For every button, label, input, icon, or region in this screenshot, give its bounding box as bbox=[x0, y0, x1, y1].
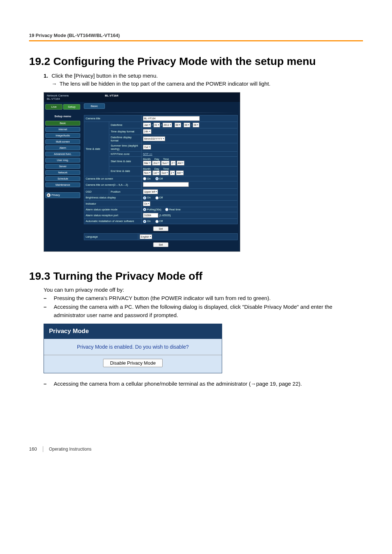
step-sub-text: The lens will be hidden in the top part … bbox=[60, 80, 363, 88]
model-label: BL-VT164 bbox=[105, 94, 118, 100]
start-dow-select[interactable]: Sun bbox=[161, 161, 170, 165]
end-month-select[interactable]: Nov bbox=[143, 171, 151, 175]
bullet-2: Accessing the camera with a PC. When the… bbox=[54, 303, 363, 319]
language-label: Language bbox=[84, 233, 138, 240]
nav-server[interactable]: Server bbox=[45, 164, 80, 169]
osd-label: OSD bbox=[84, 189, 109, 195]
device-name-label: Network Camera BL-VT164 bbox=[47, 94, 69, 100]
brightness-status-label: Brightness status display bbox=[84, 195, 142, 201]
setup-menu-screenshot: Network Camera BL-VT164 BL-VT164 Live Se… bbox=[44, 92, 240, 252]
nav-advanced[interactable]: Advanced func. bbox=[45, 152, 80, 156]
datetime-label: Date/time bbox=[109, 122, 142, 128]
time-display-select[interactable]: 24h bbox=[143, 129, 151, 134]
privacy-icon: ◐ bbox=[47, 193, 50, 197]
disable-privacy-mode-button[interactable]: Disable Privacy Mode bbox=[103, 359, 163, 367]
main-tab-basic[interactable]: Basic bbox=[84, 103, 105, 109]
auto-install-viewer-label: Automatic installation of viewer softwar… bbox=[84, 219, 142, 224]
autoinstall-off-radio[interactable] bbox=[155, 220, 159, 223]
second-select[interactable]: 00 bbox=[193, 123, 200, 127]
indicator-label: Indicator bbox=[84, 200, 142, 207]
nav-schedule[interactable]: Schedule bbox=[45, 176, 80, 181]
hour-select[interactable]: 00 bbox=[175, 123, 181, 127]
nav-maintenance[interactable]: Maintenance bbox=[45, 182, 80, 187]
nav-privacy[interactable]: ◐ Privacy bbox=[45, 192, 80, 198]
month-select[interactable]: Jan bbox=[143, 123, 151, 127]
bullet-dash: – bbox=[44, 294, 54, 303]
summer-time-label: Summer time (daylight saving) bbox=[109, 143, 142, 151]
port-input[interactable]: 31004 bbox=[143, 213, 158, 218]
ntp-link[interactable]: NTP >> bbox=[143, 152, 152, 156]
position-select[interactable]: Upper left bbox=[143, 189, 158, 194]
step-number: 1. bbox=[44, 72, 52, 80]
page-number: 160 bbox=[29, 446, 37, 452]
position-label: Position bbox=[109, 189, 142, 195]
datetime-display-format-label: Date/time display format bbox=[109, 135, 142, 143]
nav-internet[interactable]: Internet bbox=[45, 127, 80, 132]
section-19-2-title: 19.2 Configuring the Privacy Mode with t… bbox=[29, 55, 363, 67]
arrow-icon: → bbox=[52, 80, 60, 88]
start-time-label: Start time & date bbox=[109, 156, 142, 166]
camera-title-label: Camera title bbox=[84, 115, 142, 122]
autoinstall-on-radio[interactable] bbox=[143, 220, 146, 223]
nav-image-audio[interactable]: Image/Audio bbox=[45, 133, 80, 138]
time-date-group: Time & date bbox=[84, 122, 109, 176]
bullet-3: Accessing the camera from a cellular pho… bbox=[54, 380, 363, 388]
nav-user-mng[interactable]: User mng. bbox=[45, 158, 80, 163]
polling-radio[interactable] bbox=[143, 208, 146, 211]
camera-title-chars-label: Camera title on screen(0 – 9,A – Z) bbox=[84, 181, 142, 189]
alarm-reception-port-label: Alarm status reception port bbox=[84, 212, 142, 219]
footer-separator bbox=[43, 446, 43, 452]
indicator-select[interactable]: On bbox=[143, 201, 150, 206]
setup-tab[interactable]: Setup bbox=[63, 104, 80, 110]
setup-menu-label: Setup menu bbox=[45, 115, 80, 118]
realtime-radio[interactable] bbox=[165, 208, 168, 211]
step-text: Click the [Privacy] button in the setup … bbox=[52, 72, 363, 80]
end-ampm-select[interactable]: AM bbox=[176, 171, 184, 175]
section-19-3-title: 19.3 Turning the Privacy Mode off bbox=[29, 270, 363, 282]
time-display-format-label: Time display format bbox=[109, 128, 142, 135]
start-week-select[interactable]: 2nd bbox=[152, 161, 160, 165]
year-select[interactable]: 2011 bbox=[163, 123, 172, 127]
nav-multi-screen[interactable]: Multi-screen bbox=[45, 139, 80, 144]
camera-title-input[interactable]: BL-VT164 bbox=[143, 116, 200, 121]
start-hour-select[interactable]: 2 bbox=[171, 161, 176, 165]
bullet-dash: – bbox=[44, 380, 54, 388]
privacy-mode-dialog: Privacy Mode Privacy Mode is enabled. Do… bbox=[44, 324, 222, 373]
cts-off-radio[interactable] bbox=[155, 177, 159, 180]
port-range-label: (1-65535) bbox=[159, 214, 171, 217]
dialog-message: Privacy Mode is enabled. Do you wish to … bbox=[44, 338, 222, 355]
end-time-label: End time & date bbox=[109, 166, 142, 176]
live-tab[interactable]: Live bbox=[45, 104, 62, 110]
summer-time-select[interactable]: Out bbox=[143, 145, 151, 149]
nav-alarm[interactable]: Alarm bbox=[45, 145, 80, 150]
language-select[interactable]: English bbox=[140, 234, 152, 239]
camera-title-chars-input[interactable] bbox=[143, 182, 189, 187]
ntp-time-zone-label: NTP/Time zone bbox=[109, 151, 142, 156]
nav-basic[interactable]: Basic bbox=[45, 121, 80, 126]
datetime-display-select[interactable]: Mmm/DD/YYYY bbox=[143, 136, 165, 141]
nav-network[interactable]: Network bbox=[45, 170, 80, 175]
end-hour-select[interactable]: 2 bbox=[170, 171, 175, 175]
intro-text: You can turn privacy mode off by: bbox=[44, 287, 363, 293]
bullet-1: Pressing the camera's PRIVACY button (th… bbox=[54, 294, 363, 303]
end-week-select[interactable]: 1st bbox=[152, 171, 160, 175]
brightness-off-radio[interactable] bbox=[155, 196, 159, 200]
brightness-on-radio[interactable] bbox=[143, 196, 146, 200]
alarm-status-update-label: Alarm status update mode bbox=[84, 207, 142, 212]
set-button-2[interactable]: Set bbox=[153, 242, 168, 247]
start-month-select[interactable]: Mar bbox=[143, 161, 151, 165]
dialog-title: Privacy Mode bbox=[44, 324, 222, 338]
footer-label: Operating Instructions bbox=[49, 447, 91, 452]
day-select[interactable]: 01 bbox=[154, 123, 160, 127]
minute-select[interactable]: 00 bbox=[184, 123, 191, 127]
camera-title-on-screen-label: Camera title on screen bbox=[84, 176, 142, 181]
start-ampm-select[interactable]: AM bbox=[177, 161, 185, 165]
set-button-1[interactable]: Set bbox=[153, 226, 168, 231]
nav-privacy-label: Privacy bbox=[52, 194, 60, 196]
page-header: 19 Privacy Mode (BL-VT164W/BL-VT164) bbox=[29, 33, 363, 41]
end-dow-select[interactable]: Sun bbox=[160, 171, 169, 175]
bullet-dash: – bbox=[44, 303, 54, 319]
cts-on-radio[interactable] bbox=[143, 177, 146, 180]
